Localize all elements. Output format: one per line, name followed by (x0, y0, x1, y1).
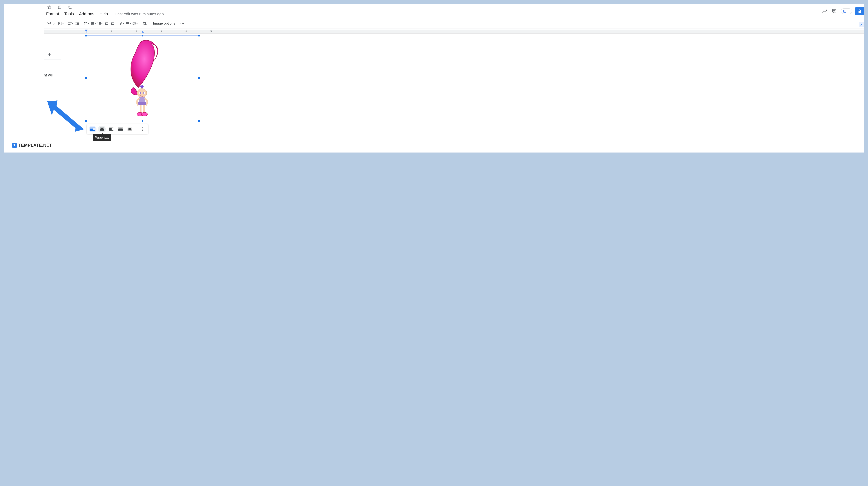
cloud-icon[interactable] (67, 4, 73, 10)
svg-rect-75 (119, 128, 122, 130)
svg-rect-1 (58, 6, 61, 9)
svg-rect-49 (86, 31, 87, 33)
comment-insert-icon[interactable] (52, 21, 57, 26)
in-front-text-option[interactable] (126, 126, 134, 132)
comment-icon[interactable] (831, 8, 837, 14)
svg-point-46 (182, 23, 183, 24)
image-position-toolbar (87, 124, 148, 134)
activity-icon[interactable] (822, 8, 828, 14)
svg-rect-63 (90, 128, 93, 130)
numbered-list-icon[interactable]: 12 (97, 21, 103, 26)
ruler-num: 1 (111, 30, 112, 33)
svg-point-45 (181, 23, 181, 24)
watermark-brand: TEMPLATE (19, 143, 42, 148)
svg-rect-73 (109, 128, 112, 130)
border-color-icon[interactable] (119, 21, 125, 26)
svg-rect-39 (126, 22, 129, 23)
svg-marker-0 (48, 6, 51, 9)
svg-rect-2 (833, 9, 836, 12)
bulleted-list-icon[interactable] (90, 21, 96, 26)
left-indent-marker[interactable] (85, 30, 88, 33)
svg-marker-88 (47, 100, 81, 130)
svg-point-86 (142, 129, 143, 129)
ruler-num: 1 (60, 30, 62, 33)
outline-panel (44, 34, 61, 153)
svg-rect-8 (58, 22, 62, 25)
svg-marker-89 (75, 123, 84, 132)
svg-text:1: 1 (97, 22, 98, 23)
svg-rect-38 (119, 25, 122, 25)
svg-point-87 (142, 130, 143, 131)
svg-rect-6 (859, 11, 861, 13)
resize-handle-tm[interactable] (142, 35, 143, 36)
svg-marker-50 (142, 31, 144, 33)
menu-addons[interactable]: Add-ons (79, 11, 94, 17)
more-icon[interactable] (180, 21, 185, 26)
first-line-indent-marker[interactable] (142, 30, 144, 33)
app-frame: Format Tools Add-ons Help Last edit was … (4, 4, 864, 153)
svg-marker-48 (85, 30, 88, 31)
menu-tools[interactable]: Tools (64, 11, 74, 17)
image-options-button[interactable]: Image options (151, 21, 177, 26)
ruler-num: 4 (185, 30, 187, 33)
header-actions (822, 7, 864, 15)
watermark-suffix: .NET (42, 143, 52, 148)
menu-format[interactable]: Format (46, 11, 59, 17)
svg-point-85 (142, 127, 143, 128)
border-dash-icon[interactable] (132, 21, 138, 26)
border-weight-icon[interactable] (125, 21, 131, 26)
resize-handle-ml[interactable] (85, 78, 87, 79)
move-icon[interactable] (57, 4, 63, 10)
svg-text:2: 2 (97, 24, 98, 25)
watermark-icon: T (12, 143, 17, 148)
image-selection-box[interactable] (86, 35, 199, 121)
share-lock-button[interactable] (855, 7, 864, 15)
toolbar: 12 Image options (46, 21, 185, 26)
behind-text-option[interactable] (117, 126, 124, 132)
indent-decrease-icon[interactable] (104, 21, 109, 26)
resize-handle-br[interactable] (198, 120, 200, 122)
annotation-arrow (47, 100, 85, 132)
checklist-icon[interactable] (84, 21, 90, 26)
align-icon[interactable] (68, 21, 74, 26)
inline-option[interactable] (89, 126, 96, 132)
present-button[interactable] (841, 8, 852, 14)
edit-status[interactable]: Last edit was 6 minutes ago (115, 12, 164, 16)
ruler-num: 2 (135, 30, 137, 33)
outline-text-fragment: nt will (44, 73, 54, 78)
resize-handle-bm[interactable] (142, 120, 143, 122)
menu-help[interactable]: Help (99, 11, 108, 17)
resize-handle-tr[interactable] (198, 35, 200, 36)
resize-handle-tl[interactable] (85, 35, 87, 36)
svg-point-20 (91, 23, 92, 24)
more-options-icon[interactable] (138, 126, 146, 132)
wrap-text-option[interactable] (98, 126, 106, 132)
title-icons (46, 4, 73, 10)
svg-rect-40 (126, 23, 129, 24)
outline-add-icon[interactable]: + (48, 51, 51, 58)
break-text-option[interactable] (107, 126, 115, 132)
editing-mode-icon[interactable] (859, 22, 864, 27)
line-spacing-icon[interactable] (74, 21, 80, 26)
indent-increase-icon[interactable] (110, 21, 115, 26)
resize-handle-bl[interactable] (85, 120, 87, 122)
crop-icon[interactable] (142, 21, 147, 26)
link-icon[interactable] (46, 21, 51, 26)
ruler-num: 5 (210, 30, 212, 33)
svg-point-21 (91, 24, 92, 25)
image-insert-icon[interactable] (58, 21, 64, 26)
menu-bar: Format Tools Add-ons Help Last edit was … (46, 11, 164, 17)
divider (44, 19, 864, 19)
watermark: T TEMPLATE.NET (12, 143, 52, 148)
star-icon[interactable] (46, 4, 53, 10)
resize-handle-mr[interactable] (198, 78, 200, 79)
svg-point-47 (183, 23, 184, 24)
tooltip: Wrap text (93, 134, 111, 141)
divider (136, 127, 136, 131)
svg-rect-66 (101, 128, 103, 130)
svg-rect-84 (128, 128, 131, 130)
ruler-num: 3 (160, 30, 162, 33)
svg-point-19 (91, 22, 92, 23)
ruler[interactable]: 1 1 2 3 4 5 (44, 30, 864, 34)
